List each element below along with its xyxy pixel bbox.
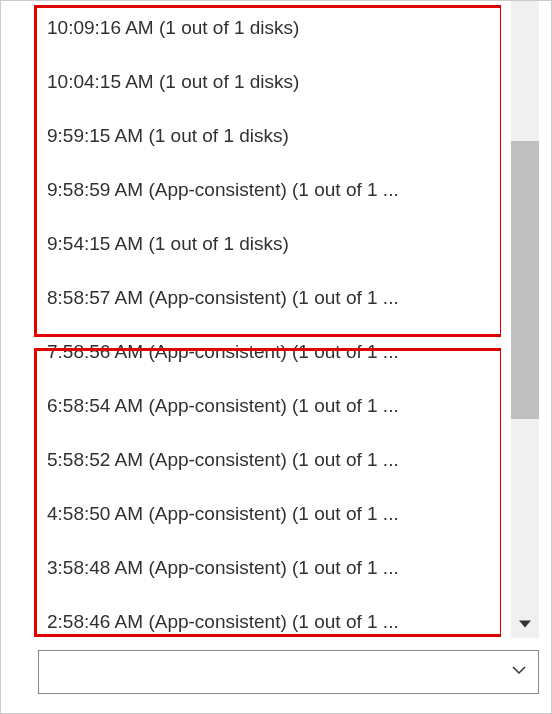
scroll-down-button[interactable]	[511, 612, 539, 638]
chevron-down-icon	[519, 616, 531, 634]
list-item[interactable]: 6:58:54 AM (App-consistent) (1 out of 1 …	[1, 379, 501, 433]
list-item[interactable]: 10:09:16 AM (1 out of 1 disks)	[1, 1, 501, 55]
scrollbar-thumb[interactable]	[511, 141, 539, 419]
list-item[interactable]: 7:58:56 AM (App-consistent) (1 out of 1 …	[1, 325, 501, 379]
list-item[interactable]: 3:58:48 AM (App-consistent) (1 out of 1 …	[1, 541, 501, 595]
list-item[interactable]: 9:58:59 AM (App-consistent) (1 out of 1 …	[1, 163, 501, 217]
dropdown-select[interactable]	[38, 650, 539, 694]
panel-container: 10:09:16 AM (1 out of 1 disks) 10:04:15 …	[1, 1, 551, 713]
chevron-down-icon	[510, 661, 528, 683]
list-item[interactable]: 8:58:57 AM (App-consistent) (1 out of 1 …	[1, 271, 501, 325]
list-item[interactable]: 9:54:15 AM (1 out of 1 disks)	[1, 217, 501, 271]
list-item[interactable]: 5:58:52 AM (App-consistent) (1 out of 1 …	[1, 433, 501, 487]
list-item[interactable]: 2:58:46 AM (App-consistent) (1 out of 1 …	[1, 595, 501, 638]
list-item[interactable]: 9:59:15 AM (1 out of 1 disks)	[1, 109, 501, 163]
list-item[interactable]: 4:58:50 AM (App-consistent) (1 out of 1 …	[1, 487, 501, 541]
recovery-point-list: 10:09:16 AM (1 out of 1 disks) 10:04:15 …	[1, 1, 501, 638]
list-item[interactable]: 10:04:15 AM (1 out of 1 disks)	[1, 55, 501, 109]
svg-marker-0	[519, 620, 531, 627]
